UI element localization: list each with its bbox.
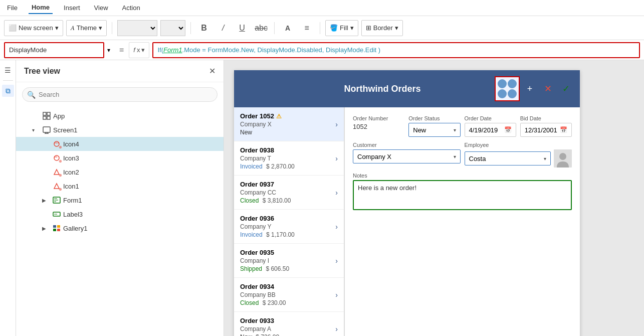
- fx-button[interactable]: f x ▾: [129, 42, 149, 58]
- formula-form1: Form1: [163, 46, 182, 54]
- order-item-0934[interactable]: Order 0934 Company BB Closed $ 230.00 ›: [234, 278, 344, 312]
- nw-close-button[interactable]: ✕: [540, 81, 556, 97]
- svg-rect-4: [43, 127, 50, 132]
- order-status-0933: New $ 736.00: [240, 333, 335, 336]
- label-icon: [52, 210, 61, 219]
- layers-icon[interactable]: ⧉: [2, 85, 14, 97]
- icon2-icon: ⊕: [52, 167, 61, 177]
- new-screen-icon: ⬜: [9, 24, 17, 32]
- order-status-0935: Shipped $ 606.50: [240, 265, 335, 272]
- order-status-1052: New: [240, 129, 335, 136]
- nw-title: Northwind Orders: [270, 84, 495, 94]
- tree-label-gallery1: Gallery1: [63, 225, 87, 232]
- menu-home[interactable]: Home: [29, 2, 53, 14]
- tree-item-screen1[interactable]: ▾ Screen1: [16, 123, 224, 137]
- tree-item-icon3[interactable]: ⊕ Icon3: [16, 151, 224, 165]
- new-screen-button[interactable]: ⬜ New screen ▾: [4, 20, 63, 36]
- sidebar-close-button[interactable]: ✕: [209, 66, 216, 76]
- tree-expand-gallery1[interactable]: ▶: [42, 226, 50, 231]
- tree-item-label3[interactable]: Label3: [16, 207, 224, 221]
- nw-add-button[interactable]: +: [522, 81, 538, 97]
- order-item-0936[interactable]: Order 0936 Company Y Invoiced $ 1,170.00…: [234, 210, 344, 244]
- order-title-0933: Order 0933: [240, 317, 335, 324]
- employee-select[interactable]: Costa ▾: [465, 151, 551, 165]
- property-select-wrapper: DisplayMode: [4, 42, 114, 58]
- order-company-0937: Company CC: [240, 189, 335, 196]
- icon-dot-2: [508, 79, 517, 88]
- menu-view[interactable]: View: [91, 2, 111, 14]
- app-canvas: Northwind Orders + ✕ ✓: [234, 70, 580, 336]
- sidebar-title: Tree view: [24, 67, 60, 76]
- font-family-select[interactable]: [117, 20, 157, 36]
- order-company-0934: Company BB: [240, 291, 335, 298]
- underline-button[interactable]: U: [234, 20, 250, 36]
- tree-label-label3: Label3: [63, 211, 83, 218]
- order-title-0937: Order 0937: [240, 181, 335, 188]
- icon-grid-control[interactable]: [495, 76, 520, 101]
- tree-expand-screen1[interactable]: ▾: [32, 127, 40, 133]
- order-arrow-1052: ›: [335, 120, 338, 128]
- order-info-0933: Order 0933 Company A New $ 736.00: [240, 317, 335, 336]
- customer-select[interactable]: Company X ▾: [353, 149, 461, 163]
- order-status-0936: Invoiced $ 1,170.00: [240, 231, 335, 238]
- notes-textarea[interactable]: Here is a new order!: [353, 180, 572, 210]
- bid-date-field: Bid Date 12/31/2001 📅: [520, 115, 572, 137]
- order-item-0937[interactable]: Order 0937 Company CC Closed $ 3,810.00 …: [234, 176, 344, 210]
- order-item-0935[interactable]: Order 0935 Company I Shipped $ 606.50 ›: [234, 244, 344, 278]
- tree-item-form1[interactable]: ▶ Form1: [16, 193, 224, 207]
- order-status-select[interactable]: New ▾: [408, 123, 460, 137]
- font-size-select[interactable]: [160, 20, 185, 36]
- order-company-0936: Company Y: [240, 223, 335, 230]
- order-item-0933[interactable]: Order 0933 Company A New $ 736.00 ›: [234, 312, 344, 336]
- order-company-1052: Company X: [240, 121, 335, 128]
- svg-rect-3: [47, 116, 50, 119]
- order-title-0934: Order 0934: [240, 283, 335, 290]
- tree-expand-form1[interactable]: ▶: [42, 198, 50, 203]
- icon-dot-4: [508, 89, 517, 98]
- tree-item-gallery1[interactable]: ▶ Gallery1: [16, 221, 224, 235]
- sidebar: Tree view ✕ 🔍 App ▾: [16, 60, 224, 336]
- search-icon: 🔍: [27, 91, 36, 99]
- nw-header: Northwind Orders + ✕ ✓: [234, 70, 580, 107]
- order-item-0938[interactable]: Order 0938 Company T Invoiced $ 2,870.00…: [234, 141, 344, 176]
- menu-action[interactable]: Action: [119, 2, 143, 14]
- font-color-button[interactable]: A: [280, 20, 296, 36]
- hamburger-icon[interactable]: ☰: [2, 64, 14, 76]
- order-item-1052[interactable]: Order 1052 ⚠ Company X New ›: [234, 107, 344, 141]
- order-number-value: 1052: [353, 123, 404, 130]
- order-list: Order 1052 ⚠ Company X New › Order 093: [234, 107, 344, 336]
- tree-label-icon1: Icon1: [63, 183, 79, 190]
- toolbar-sep-3: [274, 22, 275, 34]
- italic-button[interactable]: /: [215, 20, 231, 36]
- search-input[interactable]: [22, 87, 218, 102]
- order-arrow-0933: ›: [335, 325, 338, 333]
- order-title-1052: Order 1052 ⚠: [240, 112, 335, 120]
- tree-item-icon2[interactable]: ⊕ Icon2: [16, 165, 224, 179]
- menu-file[interactable]: File: [4, 2, 21, 14]
- menu-insert[interactable]: Insert: [61, 2, 83, 14]
- tree-item-icon4[interactable]: ⊕ Icon4: [16, 137, 224, 151]
- nw-check-button[interactable]: ✓: [558, 81, 574, 97]
- formula-input[interactable]: If(Form1.Mode = FormMode.New, DisplayMod…: [152, 42, 640, 58]
- nw-header-controls: + ✕ ✓: [495, 76, 574, 101]
- order-info-1052: Order 1052 ⚠ Company X New: [240, 112, 335, 136]
- strikethrough-button[interactable]: abc: [253, 20, 269, 36]
- bold-button[interactable]: B: [196, 20, 212, 36]
- fill-button[interactable]: 🪣 Fill ▾: [325, 20, 358, 36]
- property-select[interactable]: DisplayMode: [4, 42, 104, 58]
- order-info-0937: Order 0937 Company CC Closed $ 3,810.00: [240, 181, 335, 204]
- detail-row-2: Customer Company X ▾ Employee Costa: [353, 142, 572, 167]
- border-button[interactable]: ⊞ Border ▾: [361, 20, 403, 36]
- employee-chevron-icon: ▾: [544, 156, 546, 161]
- order-date-input[interactable]: 4/19/2019 📅: [465, 123, 516, 137]
- bid-date-label: Bid Date: [520, 115, 572, 121]
- tree-item-icon1[interactable]: ⊕ Icon1: [16, 179, 224, 193]
- app-icon: [42, 111, 51, 120]
- theme-button[interactable]: 𝐴 Theme ▾: [66, 20, 107, 36]
- align-button[interactable]: ≡: [299, 20, 315, 36]
- warning-icon-1052: ⚠: [276, 113, 282, 120]
- order-info-0936: Order 0936 Company Y Invoiced $ 1,170.00: [240, 215, 335, 238]
- order-arrow-0936: ›: [335, 223, 338, 231]
- tree-item-app[interactable]: App: [16, 109, 224, 123]
- bid-date-input[interactable]: 12/31/2001 📅: [520, 123, 572, 137]
